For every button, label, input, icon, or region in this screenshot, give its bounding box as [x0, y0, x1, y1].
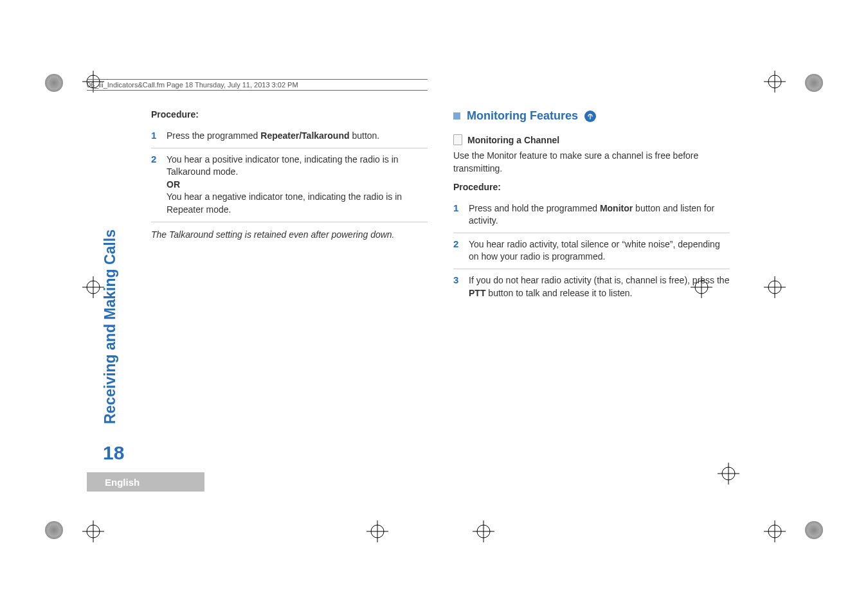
step-number: 2: [453, 238, 462, 263]
step-number: 2: [151, 154, 160, 217]
step-text: Press the programmed Repeater/Talkaround…: [167, 130, 428, 143]
right-column: Monitoring Features Monitoring a Channel…: [453, 109, 730, 305]
language-band: English: [87, 472, 204, 492]
step-1: 1 Press the programmed Repeater/Talkarou…: [151, 125, 428, 148]
side-tab-label: Receiving and Making Calls: [102, 218, 119, 424]
right-step-3: 3 If you do not hear radio activity (tha…: [453, 269, 730, 305]
registration-mark-icon: [82, 520, 104, 542]
intro-text: Use the Monitor feature to make sure a c…: [453, 149, 730, 175]
step-number: 1: [151, 130, 160, 143]
procedure-label: Procedure:: [151, 109, 428, 120]
right-step-2: 2 You hear radio activity, total silence…: [453, 233, 730, 269]
step-number: 1: [453, 202, 462, 227]
language-label: English: [105, 477, 140, 488]
registration-mark-icon: [366, 520, 388, 542]
registration-mark-icon: [764, 520, 786, 542]
corner-dot-icon: [805, 74, 823, 92]
page-content: Procedure: 1 Press the programmed Repeat…: [87, 64, 781, 514]
step-text: You hear a positive indicator tone, indi…: [167, 154, 428, 217]
registration-mark-icon: [473, 520, 494, 542]
antenna-circle-icon: [584, 111, 596, 122]
step-text: Press and hold the programmed Monitor bu…: [469, 202, 730, 227]
right-step-1: 1 Press and hold the programmed Monitor …: [453, 197, 730, 233]
corner-dot-icon: [45, 521, 63, 539]
italic-note: The Talkaround setting is retained even …: [151, 229, 428, 242]
corner-dot-icon: [805, 521, 823, 539]
page-number: 18: [103, 442, 124, 464]
page-outline-icon: [453, 134, 462, 145]
section-square-icon: [453, 112, 460, 120]
left-column: Procedure: 1 Press the programmed Repeat…: [151, 109, 428, 305]
step-number: 3: [453, 274, 462, 299]
procedure-label: Procedure:: [453, 182, 730, 192]
section-heading: Monitoring Features: [453, 109, 730, 123]
section-title: Monitoring Features: [467, 109, 578, 123]
step-2: 2 You hear a positive indicator tone, in…: [151, 148, 428, 222]
step-text: If you do not hear radio activity (that …: [469, 274, 730, 299]
sub-heading-text: Monitoring a Channel: [467, 135, 559, 145]
sub-heading: Monitoring a Channel: [453, 134, 730, 145]
step-text: You hear radio activity, total silence o…: [469, 238, 730, 263]
corner-dot-icon: [45, 74, 63, 92]
